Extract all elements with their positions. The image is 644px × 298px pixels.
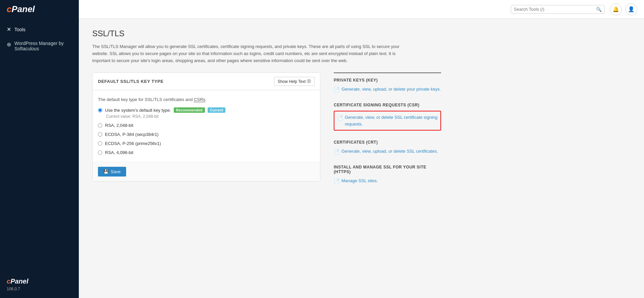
private-keys-title: PRIVATE KEYS (KEY) — [334, 78, 441, 83]
radio-ecdsa-p384[interactable] — [98, 132, 102, 137]
search-icon-button[interactable]: 🔍 — [596, 7, 602, 12]
sidebar-footer: cPanel 106.0.7 — [0, 271, 79, 298]
header-icons: 🔔 👤 — [610, 3, 637, 15]
card-footer: 💾 Save — [93, 162, 320, 181]
csr-link-box: 📄 Generate, view, or delete SSL certific… — [334, 111, 441, 131]
cpanel-logo: cPanel — [7, 4, 35, 14]
radio-item-rsa-4096: RSA, 4,096-bit — [98, 150, 315, 155]
radio-group: Use the system's default key type. Recom… — [98, 107, 315, 155]
sidebar-version: 106.0.7 — [7, 287, 72, 291]
sidebar-tools-label: Tools — [14, 27, 25, 32]
page-description: The SSL/TLS Manager will allow you to ge… — [92, 43, 411, 64]
current-value-text: Current value: RSA, 2,048-bit — [106, 114, 315, 119]
private-keys-divider — [334, 72, 441, 73]
csr-link[interactable]: 📄 Generate, view, or delete SSL certific… — [337, 114, 438, 127]
right-section-install-ssl: INSTALL AND MANAGE SSL FOR YOUR SITE (HT… — [334, 165, 441, 185]
doc-icon-certificates: 📄 — [334, 148, 339, 155]
private-keys-link-text: Generate, view, upload, or delete your p… — [341, 86, 441, 93]
certificates-link-text: Generate, view, upload, or delete SSL ce… — [341, 148, 438, 155]
manage-ssl-link[interactable]: 📄 Manage SSL sites. — [334, 178, 441, 185]
doc-icon-private-keys: 📄 — [334, 86, 339, 93]
card-header: DEFAULT SSL/TLS KEY TYPE Show Help Text … — [93, 73, 320, 90]
certificates-title: CERTIFICATES (CRT) — [334, 140, 441, 145]
badge-recommended: Recommended — [174, 107, 205, 113]
radio-item-rsa-2048: RSA, 2,048-bit — [98, 123, 315, 128]
radio-system-default[interactable] — [98, 108, 102, 112]
save-icon: 💾 — [103, 169, 109, 174]
right-section-csr: CERTIFICATE SIGNING REQUESTS (CSR) 📄 Gen… — [334, 103, 441, 131]
radio-ecdsa-p256-label[interactable]: ECDSA, P-256 (prime256v1) — [105, 141, 161, 146]
ssl-key-card: DEFAULT SSL/TLS KEY TYPE Show Help Text … — [92, 72, 320, 182]
doc-icon-manage-ssl: 📄 — [334, 178, 339, 185]
radio-rsa-4096[interactable] — [98, 150, 102, 155]
main-content: SSL/TLS The SSL/TLS Manager will allow y… — [79, 19, 644, 298]
radio-ecdsa-p384-label[interactable]: ECDSA, P-384 (secp384r1) — [105, 132, 159, 137]
save-button[interactable]: 💾 Save — [98, 167, 126, 177]
csr-title: CERTIFICATE SIGNING REQUESTS (CSR) — [334, 103, 441, 107]
help-icon: ⓪ — [307, 79, 311, 84]
wordpress-icon: ⊕ — [7, 41, 11, 48]
radio-item-ecdsa-p384: ECDSA, P-384 (secp384r1) — [98, 132, 315, 137]
doc-icon-csr: 📄 — [337, 114, 343, 121]
sidebar-item-tools[interactable]: ✕ Tools — [0, 22, 79, 37]
install-ssl-title: INSTALL AND MANAGE SSL FOR YOUR SITE (HT… — [334, 165, 441, 174]
radio-item-ecdsa-p256: ECDSA, P-256 (prime256v1) — [98, 141, 315, 146]
show-help-label: Show Help Text — [278, 79, 306, 84]
csrs-abbr: CSRs — [194, 97, 205, 102]
save-label: Save — [111, 169, 121, 174]
card-body: The default key type for SSL/TLS certifi… — [93, 90, 320, 162]
page-title: SSL/TLS — [92, 29, 631, 38]
manage-ssl-link-text: Manage SSL sites. — [341, 178, 378, 184]
badge-current: Current — [208, 107, 226, 113]
header: cPanel 🔍 🔔 👤 — [0, 0, 644, 19]
right-section-private-keys: PRIVATE KEYS (KEY) 📄 Generate, view, upl… — [334, 72, 441, 93]
sidebar-wp-label: WordPress Manager by Softaculous — [14, 41, 72, 51]
app-layout: ✕ Tools ⊕ WordPress Manager by Softaculo… — [0, 19, 644, 298]
card-title: DEFAULT SSL/TLS KEY TYPE — [98, 79, 164, 84]
sidebar: ✕ Tools ⊕ WordPress Manager by Softaculo… — [0, 19, 79, 298]
user-menu-button[interactable]: 👤 — [625, 3, 637, 15]
content-area: DEFAULT SSL/TLS KEY TYPE Show Help Text … — [92, 72, 545, 194]
radio-rsa-4096-label[interactable]: RSA, 4,096-bit — [105, 150, 133, 155]
search-container: 🔍 — [511, 5, 605, 14]
radio-rsa-2048[interactable] — [98, 123, 102, 128]
radio-item-system-default: Use the system's default key type. Recom… — [98, 107, 315, 119]
right-panel: PRIVATE KEYS (KEY) 📄 Generate, view, upl… — [334, 72, 441, 194]
csr-link-text: Generate, view, or delete SSL certificat… — [345, 114, 438, 127]
radio-system-default-label[interactable]: Use the system's default key type. — [105, 108, 171, 113]
search-input-wrap: 🔍 — [511, 5, 605, 14]
sidebar-logo-area: cPanel — [0, 0, 79, 19]
private-keys-link[interactable]: 📄 Generate, view, upload, or delete your… — [334, 86, 441, 93]
tools-icon: ✕ — [7, 26, 11, 33]
radio-rsa-2048-label[interactable]: RSA, 2,048-bit — [105, 123, 133, 128]
right-section-certificates: CERTIFICATES (CRT) 📄 Generate, view, upl… — [334, 140, 441, 155]
certificates-link[interactable]: 📄 Generate, view, upload, or delete SSL … — [334, 148, 441, 155]
key-description: The default key type for SSL/TLS certifi… — [98, 97, 315, 102]
notifications-button[interactable]: 🔔 — [610, 3, 622, 15]
show-help-button[interactable]: Show Help Text ⓪ — [274, 77, 315, 86]
search-input[interactable] — [514, 7, 596, 12]
left-panel: DEFAULT SSL/TLS KEY TYPE Show Help Text … — [92, 72, 320, 194]
radio-ecdsa-p256[interactable] — [98, 141, 102, 146]
sidebar-footer-logo: cPanel — [7, 278, 72, 285]
sidebar-item-wordpress[interactable]: ⊕ WordPress Manager by Softaculous — [0, 37, 79, 55]
